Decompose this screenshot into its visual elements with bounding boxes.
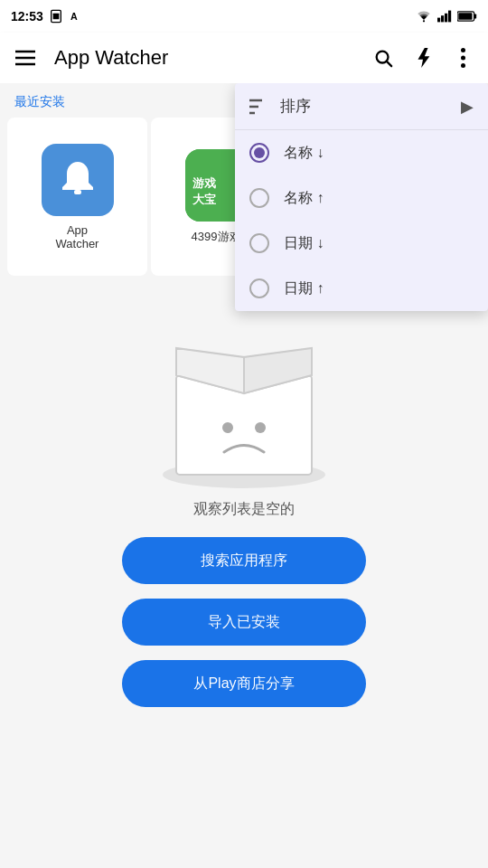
svg-text:A: A	[70, 11, 78, 22]
search-icon	[373, 48, 393, 68]
sort-option-name-asc[interactable]: 名称 ↑	[235, 175, 488, 221]
sort-label-name-desc: 名称 ↓	[284, 144, 324, 163]
svg-point-32	[255, 422, 266, 433]
svg-rect-6	[445, 14, 447, 23]
svg-point-19	[461, 63, 465, 68]
signal-icon	[437, 10, 452, 23]
sort-header: 排序 ▶	[235, 83, 488, 130]
wifi-icon	[416, 10, 432, 23]
app-item-watcher[interactable]: AppWatcher	[7, 118, 147, 276]
svg-rect-4	[437, 18, 440, 23]
a-icon: A	[69, 9, 83, 24]
svg-rect-9	[474, 14, 477, 18]
battery-icon	[457, 11, 477, 22]
status-time: 12:53 A	[11, 9, 83, 24]
svg-point-18	[461, 56, 465, 61]
time-display: 12:53	[11, 9, 43, 24]
empty-message: 观察列表是空的	[193, 500, 295, 519]
sort-option-date-asc[interactable]: 日期 ↑	[235, 266, 488, 311]
more-button[interactable]	[445, 40, 481, 76]
empty-illustration	[145, 294, 343, 493]
svg-point-31	[222, 422, 233, 433]
sort-label-date-asc: 日期 ↑	[284, 279, 324, 298]
sort-label-date-desc: 日期 ↓	[284, 234, 324, 253]
sort-expand-icon: ▶	[461, 97, 474, 117]
search-button[interactable]	[365, 40, 401, 76]
svg-rect-20	[74, 190, 81, 194]
sort-option-date-desc[interactable]: 日期 ↓	[235, 221, 488, 266]
app-title: App Watcher	[47, 46, 361, 70]
app-name-watcher: AppWatcher	[56, 223, 99, 250]
toolbar: App Watcher	[0, 33, 488, 83]
flash-button[interactable]	[405, 40, 441, 76]
svg-rect-1	[52, 14, 59, 20]
sort-option-name-desc[interactable]: 名称 ↓	[235, 130, 488, 175]
menu-button[interactable]	[7, 40, 43, 76]
status-bar: 12:53 A	[0, 0, 488, 33]
toolbar-actions	[365, 40, 481, 76]
flash-icon	[414, 48, 432, 68]
svg-line-15	[387, 61, 391, 66]
svg-rect-7	[448, 11, 451, 23]
empty-state: 观察列表是空的 搜索应用程序 导入已安装 从Play商店分享	[0, 276, 488, 725]
sort-radio-date-asc	[249, 278, 269, 298]
svg-marker-16	[418, 48, 430, 68]
svg-text:游戏: 游戏	[192, 176, 216, 190]
sort-radio-date-desc	[249, 233, 269, 253]
sort-header-label: 排序	[280, 96, 450, 117]
sort-panel: 排序 ▶ 名称 ↓ 名称 ↑ 日期 ↓ 日期 ↑	[235, 83, 488, 311]
svg-point-3	[423, 20, 425, 22]
hamburger-icon	[15, 50, 35, 66]
status-icons	[416, 10, 477, 23]
svg-rect-10	[458, 13, 472, 20]
main-content: 最近安装 AppWatcher 游戏 大宝	[0, 83, 488, 868]
sim-icon	[49, 9, 63, 24]
svg-point-17	[461, 48, 465, 52]
search-apps-button[interactable]: 搜索应用程序	[122, 537, 366, 584]
sort-radio-inner-name-desc	[254, 147, 265, 158]
share-from-play-button[interactable]: 从Play商店分享	[122, 660, 366, 707]
sort-radio-name-asc	[249, 188, 269, 208]
more-vertical-icon	[461, 48, 465, 68]
svg-text:大宝: 大宝	[192, 193, 217, 206]
bell-icon	[55, 157, 100, 203]
import-installed-button[interactable]: 导入已安装	[122, 599, 366, 646]
app-icon-watcher	[42, 144, 114, 216]
sort-label-name-asc: 名称 ↑	[284, 189, 324, 208]
sort-icon	[249, 99, 269, 115]
sort-radio-name-desc	[249, 143, 269, 163]
svg-rect-5	[441, 15, 444, 22]
